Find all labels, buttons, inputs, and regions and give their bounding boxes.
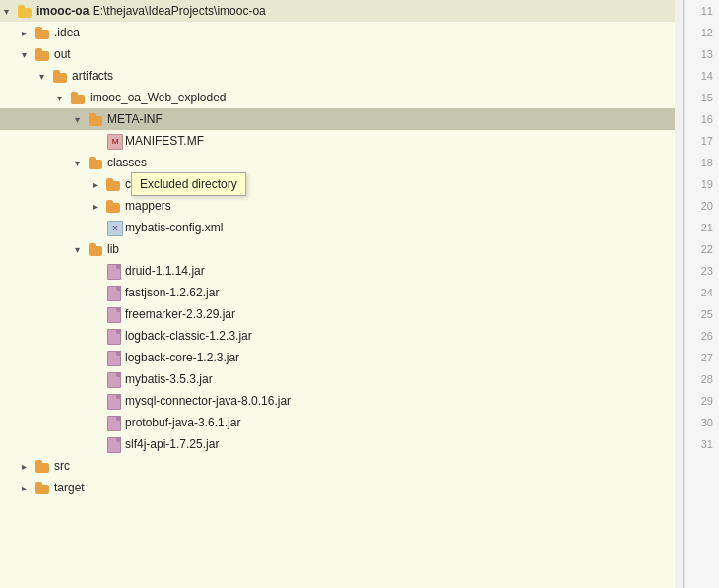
folder-icon-imooc_oa_Web_exploded [71,92,87,104]
toggle-arrow-com[interactable]: ▸ [93,179,106,190]
toggle-arrow-artifacts[interactable]: ▾ [39,71,53,82]
item-label-META-INF: META-INF [107,112,163,126]
tree-item-protobuf[interactable]: protobuf-java-3.6.1.jar [0,412,683,433]
line-num-24: 24 [685,282,713,303]
tree-item-imooc_oa_Web_exploded[interactable]: ▾imooc_oa_Web_exploded [0,87,683,108]
tree-item-src[interactable]: ▸src [0,455,683,477]
jar-icon-fastjson [106,285,122,300]
jar-icon-logback-classic [106,328,122,344]
item-label-mysql-connector: mysql-connector-java-8.0.16.jar [125,394,291,408]
folder-icon-target [35,482,51,494]
item-label-logback-core: logback-core-1.2.3.jar [125,351,239,364]
folder-icon-idea [35,27,51,39]
line-num-15: 15 [685,87,713,108]
jar-icon-logback-core [106,350,122,365]
xml-icon [106,220,122,235]
tree-item-mysql-connector[interactable]: mysql-connector-java-8.0.16.jar [0,390,683,412]
item-label-mybatis: mybatis-3.5.3.jar [125,372,213,386]
manifest-icon [106,133,122,149]
item-label-imooc-oa: imooc-oa E:\thejava\IdeaProjects\imooc-o… [36,4,266,18]
item-label-src: src [54,459,70,473]
line-num-30: 30 [685,412,713,433]
toggle-arrow-target[interactable]: ▸ [22,483,35,493]
tree-item-fastjson[interactable]: fastjson-1.2.62.jar [0,282,683,303]
toggle-arrow-imooc_oa_Web_exploded[interactable]: ▾ [57,93,71,103]
folder-icon-imooc-oa [18,5,33,18]
line-num-16: 16 [685,108,713,130]
item-label-artifacts: artifacts [72,69,113,83]
jar-icon-mybatis [106,371,122,387]
item-label-MANIFEST.MF: MANIFEST.MF [125,134,204,148]
jar-icon-protobuf [106,415,122,430]
toggle-arrow-lib[interactable]: ▾ [75,244,89,255]
folder-icon-classes [89,157,104,169]
tree-item-MANIFEST.MF[interactable]: MANIFEST.MF [0,130,683,152]
folder-icon-lib [89,243,104,256]
tree-item-mappers[interactable]: ▸mappers [0,195,683,217]
folder-icon-artifacts [53,70,69,83]
line-num-27: 27 [685,347,713,368]
jar-icon-freemarker [106,306,122,322]
item-label-com: com [125,177,148,191]
toggle-arrow-META-INF[interactable]: ▾ [75,114,89,125]
line-num-12: 12 [685,22,713,43]
file-tree-panel: ▾imooc-oa E:\thejava\IdeaProjects\imooc-… [0,0,684,588]
line-num-11: 11 [685,0,713,22]
folder-icon-com [106,178,122,191]
line-num-29: 29 [685,390,713,412]
item-label-imooc_oa_Web_exploded: imooc_oa_Web_exploded [90,91,227,104]
tree-item-mybatis[interactable]: mybatis-3.5.3.jar [0,368,683,390]
line-num-17: 17 [685,130,713,152]
tree-item-lib[interactable]: ▾lib [0,238,683,260]
tree-item-out[interactable]: ▾out [0,43,683,65]
tree-item-classes[interactable]: ▾classes [0,152,683,173]
line-num-14: 14 [685,65,713,87]
jar-icon-druid [106,263,122,279]
line-numbers-panel: 1112131415161718192021222324252627282930… [684,0,719,588]
jar-icon-mysql-connector [106,393,122,409]
line-num-21: 21 [685,217,713,238]
item-label-idea: .idea [54,26,80,39]
line-num-28: 28 [685,368,713,390]
folder-icon-META-INF [89,113,104,126]
item-label-mybatis-config.xml: mybatis-config.xml [125,221,223,234]
line-num-25: 25 [685,303,713,325]
vertical-scrollbar[interactable] [675,0,683,588]
toggle-arrow-imooc-oa[interactable]: ▾ [4,6,18,17]
toggle-arrow-out[interactable]: ▾ [22,49,35,60]
tree-item-META-INF[interactable]: ▾META-INF [0,108,683,130]
toggle-arrow-src[interactable]: ▸ [22,461,35,472]
tree-item-logback-core[interactable]: logback-core-1.2.3.jar [0,347,683,368]
toggle-arrow-classes[interactable]: ▾ [75,158,89,168]
item-label-classes: classes [107,156,147,169]
item-label-mappers: mappers [125,199,171,213]
item-label-druid: druid-1.1.14.jar [125,264,205,278]
tree-item-imooc-oa[interactable]: ▾imooc-oa E:\thejava\IdeaProjects\imooc-… [0,0,683,22]
tree-item-logback-classic[interactable]: logback-classic-1.2.3.jar [0,325,683,347]
line-num-18: 18 [685,152,713,173]
line-num-20: 20 [685,195,713,217]
item-label-protobuf: protobuf-java-3.6.1.jar [125,416,240,429]
folder-icon-src [35,460,51,473]
item-label-freemarker: freemarker-2.3.29.jar [125,307,235,321]
line-num-22: 22 [685,238,713,260]
item-label-lib: lib [107,242,119,256]
tree-item-druid[interactable]: druid-1.1.14.jar [0,260,683,282]
item-label-logback-classic: logback-classic-1.2.3.jar [125,329,252,343]
tree-item-com[interactable]: ▸com [0,173,683,195]
tree-item-slf4j[interactable]: slf4j-api-1.7.25.jar [0,433,683,455]
item-label-fastjson: fastjson-1.2.62.jar [125,286,219,299]
tree-item-freemarker[interactable]: freemarker-2.3.29.jar [0,303,683,325]
tree-item-idea[interactable]: ▸.idea [0,22,683,43]
toggle-arrow-mappers[interactable]: ▸ [93,201,106,212]
tree-item-mybatis-config.xml[interactable]: mybatis-config.xml [0,217,683,238]
tree-item-target[interactable]: ▸target [0,477,683,498]
line-num-19: 19 [685,173,713,195]
line-num-13: 13 [685,43,713,65]
item-label-target: target [54,481,85,494]
line-num-26: 26 [685,325,713,347]
jar-icon-slf4j [106,436,122,452]
tree-item-artifacts[interactable]: ▾artifacts [0,65,683,87]
line-num-23: 23 [685,260,713,282]
toggle-arrow-idea[interactable]: ▸ [22,28,35,38]
